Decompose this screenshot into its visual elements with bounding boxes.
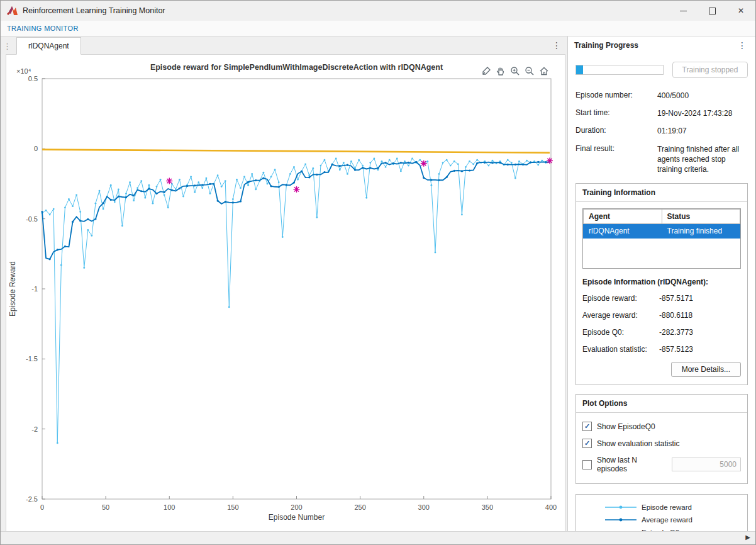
- show-evaluation-statistic-checkbox[interactable]: ✓: [582, 439, 592, 448]
- status-cell: Training finished: [662, 224, 740, 239]
- svg-text:100: 100: [164, 503, 175, 511]
- tab-rldqnagent[interactable]: rlDQNAgent: [16, 37, 81, 55]
- window-title: Reinforcement Learning Training Monitor: [23, 6, 165, 15]
- training-progress-bar: [575, 65, 664, 75]
- pan-icon[interactable]: [495, 65, 506, 77]
- training-progress-body: Training stopped Episode number: 400/500…: [568, 54, 755, 532]
- svg-text:150: 150: [227, 503, 238, 511]
- svg-text:-1: -1: [31, 285, 38, 293]
- episode-q0-label: Episode Q0:: [582, 328, 659, 337]
- episode-reward-legend-line-icon: [604, 503, 638, 514]
- progress-fill: [576, 65, 583, 74]
- duration-label: Duration:: [575, 126, 657, 136]
- last-n-episodes-input[interactable]: [672, 458, 741, 471]
- training-information-body: Agent Status rlDQNAgent Training finishe…: [576, 202, 747, 385]
- ep-row-evaluation-statistic: Evaluation statistic: -857.5123: [582, 345, 741, 354]
- toolstrip-tab-training-monitor[interactable]: TRAINING MONITOR: [7, 25, 79, 32]
- checkbox-row-show-last-n: Show last N episodes: [582, 456, 741, 473]
- plot-options-group: Plot Options ✓ Show EpisodeQ0 ✓ Show eva…: [575, 394, 748, 484]
- svg-text:200: 200: [291, 503, 302, 511]
- show-last-n-episodes-checkbox[interactable]: [582, 460, 592, 469]
- close-icon: ✕: [738, 6, 744, 15]
- legend-entry-episode-reward: Episode reward: [604, 503, 747, 514]
- zoom-in-icon[interactable]: [509, 65, 521, 77]
- episode-reward-label: Episode reward:: [582, 294, 659, 303]
- plot-options-body: ✓ Show EpisodeQ0 ✓ Show evaluation stati…: [576, 413, 747, 483]
- average-reward-label: Average reward:: [582, 311, 659, 320]
- more-details-button[interactable]: More Details...: [671, 362, 741, 377]
- agent-column-header: Agent: [584, 210, 662, 224]
- training-stopped-button[interactable]: Training stopped: [672, 62, 748, 78]
- ep-row-episode-q0: Episode Q0: -282.3773: [582, 328, 741, 337]
- training-progress-title: Training Progress: [574, 41, 638, 50]
- svg-text:250: 250: [354, 503, 365, 511]
- episode-q0-value: -282.3773: [659, 328, 693, 337]
- brush-icon[interactable]: [481, 65, 492, 77]
- svg-text:Episode Number: Episode Number: [269, 513, 325, 522]
- run-info-list: Episode number: 400/5000 Start time: 19-…: [575, 91, 748, 174]
- episode-number-value: 400/5000: [657, 91, 748, 101]
- scroll-right-icon[interactable]: ▶: [743, 533, 753, 541]
- svg-text:-1.5: -1.5: [26, 355, 38, 362]
- average-reward-legend-line-icon: [604, 515, 638, 526]
- info-row-final-result: Final result: Training finished after al…: [575, 144, 748, 175]
- progress-row: Training stopped: [575, 62, 748, 78]
- reward-chart[interactable]: 0501001502002503003504000.50-0.5-1-1.5-2…: [6, 55, 565, 525]
- toolstrip: TRAINING MONITOR: [1, 21, 755, 37]
- training-progress-panel: Training Progress ⋮ Training stopped Epi…: [567, 37, 755, 532]
- episode-reward-value: -857.5171: [659, 294, 693, 303]
- episode-number-label: Episode number:: [575, 91, 657, 101]
- maximize-icon: [709, 8, 716, 14]
- ep-row-episode-reward: Episode reward: -857.5171: [582, 294, 741, 303]
- app-window: Reinforcement Learning Training Monitor …: [0, 0, 756, 545]
- plot-panel: 0501001502002503003504000.50-0.5-1-1.5-2…: [6, 54, 565, 532]
- show-episodeq0-label: Show EpisodeQ0: [597, 422, 655, 431]
- training-progress-header: Training Progress ⋮: [568, 37, 755, 54]
- tab-drag-handle-icon[interactable]: ⋮: [1, 42, 13, 54]
- svg-text:350: 350: [482, 503, 493, 511]
- training-information-group: Training Information Agent Status: [575, 183, 748, 385]
- agents-table-wrap: Agent Status rlDQNAgent Training finishe…: [582, 208, 741, 269]
- svg-text:300: 300: [418, 503, 430, 511]
- document-tabbar: ⋮ rlDQNAgent ⋮: [1, 37, 567, 54]
- maximize-button[interactable]: [698, 1, 726, 21]
- minimize-icon: [680, 11, 687, 11]
- legend-label: Episode reward: [642, 503, 692, 512]
- chart-legend: Episode reward Average reward Episode Q0…: [575, 494, 748, 532]
- svg-text:0: 0: [40, 503, 44, 511]
- duration-value: 01:19:07: [657, 126, 748, 136]
- restore-view-icon[interactable]: [538, 65, 550, 77]
- checkbox-row-show-evaluation-statistic: ✓ Show evaluation statistic: [582, 439, 741, 448]
- agents-table: Agent Status rlDQNAgent Training finishe…: [583, 209, 740, 239]
- show-evaluation-statistic-label: Show evaluation statistic: [597, 439, 679, 448]
- svg-text:-2: -2: [31, 425, 38, 433]
- svg-text:-0.5: -0.5: [26, 215, 38, 223]
- svg-text:0.5: 0.5: [28, 75, 38, 82]
- zoom-out-icon[interactable]: [524, 65, 535, 77]
- episode-information-title: Episode Information (rlDQNAgent):: [582, 278, 741, 286]
- svg-text:Episode Reward: Episode Reward: [8, 261, 17, 317]
- ep-row-average-reward: Average reward: -880.6118: [582, 311, 741, 320]
- info-row-start-time: Start time: 19-Nov-2024 17:43:28: [575, 108, 748, 118]
- checkbox-row-show-episodeq0: ✓ Show EpisodeQ0: [582, 422, 741, 431]
- show-episodeq0-checkbox[interactable]: ✓: [582, 422, 592, 431]
- minimize-button[interactable]: [669, 1, 698, 21]
- training-information-title: Training Information: [576, 184, 747, 202]
- svg-text:400: 400: [545, 503, 557, 511]
- panel-menu-icon[interactable]: ⋮: [735, 40, 749, 50]
- svg-text:0: 0: [34, 145, 38, 152]
- status-column-header: Status: [662, 210, 740, 224]
- bottom-scrollbar[interactable]: ▶: [1, 531, 755, 544]
- final-result-value: Training finished after all agents reach…: [657, 144, 748, 175]
- svg-text:-2.5: -2.5: [26, 495, 38, 503]
- matlab-logo-icon: [7, 6, 18, 16]
- more-details-row: More Details...: [582, 362, 741, 377]
- close-button[interactable]: ✕: [726, 1, 755, 21]
- start-time-value: 19-Nov-2024 17:43:28: [657, 108, 748, 118]
- plot-options-title: Plot Options: [576, 395, 747, 413]
- legend-label: Average reward: [642, 515, 692, 525]
- tab-menu-icon[interactable]: ⋮: [546, 40, 567, 54]
- svg-text:×10⁴: ×10⁴: [16, 67, 31, 75]
- evaluation-statistic-label: Evaluation statistic:: [582, 345, 659, 354]
- table-row[interactable]: rlDQNAgent Training finished: [584, 224, 740, 239]
